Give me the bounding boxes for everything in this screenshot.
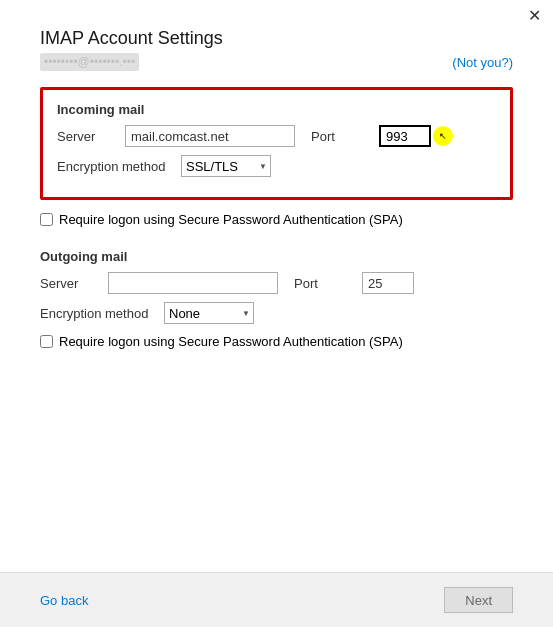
outgoing-spa-checkbox[interactable]: [40, 335, 53, 348]
incoming-spa-label: Require logon using Secure Password Auth…: [59, 212, 403, 227]
dialog-title: IMAP Account Settings: [40, 28, 513, 49]
close-button[interactable]: ✕: [528, 8, 541, 24]
account-row: ••••••••@•••••••.••• (Not you?): [40, 53, 513, 71]
outgoing-spa-row: Require logon using Secure Password Auth…: [40, 334, 513, 349]
outgoing-encryption-row: Encryption method None SSL/TLS STARTTLS: [40, 302, 513, 324]
outgoing-spa-label: Require logon using Secure Password Auth…: [59, 334, 403, 349]
outgoing-port-input[interactable]: [362, 272, 414, 294]
outgoing-mail-section: Outgoing mail Server Port Encryption met…: [40, 237, 513, 324]
incoming-section-label: Incoming mail: [57, 102, 496, 117]
incoming-server-input[interactable]: [125, 125, 295, 147]
outgoing-encryption-label: Encryption method: [40, 306, 158, 321]
outgoing-server-input[interactable]: [108, 272, 278, 294]
cursor-indicator: ↖: [433, 126, 453, 146]
incoming-encryption-label: Encryption method: [57, 159, 175, 174]
account-email: ••••••••@•••••••.•••: [40, 53, 139, 71]
incoming-port-container: ↖: [379, 125, 431, 147]
outgoing-server-row: Server Port: [40, 272, 513, 294]
outgoing-encryption-wrapper: None SSL/TLS STARTTLS: [164, 302, 254, 324]
outgoing-section-label: Outgoing mail: [40, 249, 513, 264]
incoming-mail-section: Incoming mail Server Port ↖ Encryption m…: [40, 87, 513, 200]
outgoing-server-label: Server: [40, 276, 102, 291]
incoming-spa-row: Require logon using Secure Password Auth…: [40, 212, 513, 227]
incoming-server-label: Server: [57, 129, 119, 144]
dialog-footer: Go back Next: [0, 572, 553, 627]
imap-settings-dialog: ✕ IMAP Account Settings ••••••••@•••••••…: [0, 0, 553, 627]
incoming-encryption-select[interactable]: SSL/TLS STARTTLS None: [181, 155, 271, 177]
incoming-port-input[interactable]: [379, 125, 431, 147]
incoming-port-label: Port: [311, 129, 373, 144]
next-button[interactable]: Next: [444, 587, 513, 613]
not-you-link[interactable]: (Not you?): [452, 55, 513, 70]
outgoing-encryption-select[interactable]: None SSL/TLS STARTTLS: [164, 302, 254, 324]
dialog-content: IMAP Account Settings ••••••••@•••••••.•…: [0, 0, 553, 572]
incoming-spa-checkbox[interactable]: [40, 213, 53, 226]
incoming-encryption-wrapper: SSL/TLS STARTTLS None: [181, 155, 271, 177]
go-back-link[interactable]: Go back: [40, 593, 88, 608]
incoming-encryption-row: Encryption method SSL/TLS STARTTLS None: [57, 155, 496, 177]
incoming-server-row: Server Port ↖: [57, 125, 496, 147]
outgoing-port-label: Port: [294, 276, 356, 291]
